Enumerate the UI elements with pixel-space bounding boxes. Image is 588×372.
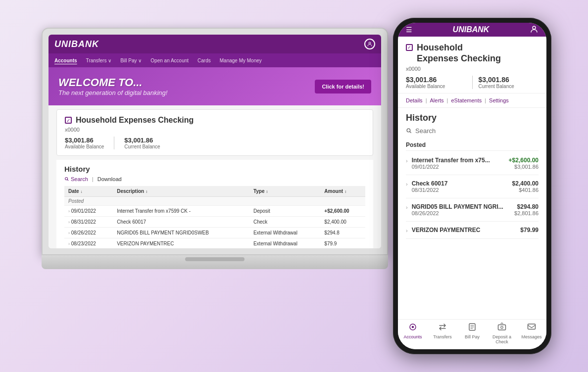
svg-point-5 <box>412 326 414 328</box>
nav-billpay[interactable]: Bill Pay ∨ <box>120 58 142 63</box>
laptop-device: UNIBANK Accounts Transfers ∨ Bill Pay ∨ … <box>42 28 388 290</box>
col-date: Date ↓ <box>64 186 113 197</box>
tx-amount: $79.9 <box>320 238 365 249</box>
tx-date: › 08/26/2022 <box>64 228 113 238</box>
phone-link-estatements[interactable]: eStatements <box>451 97 482 103</box>
phone-nav-accounts[interactable]: Accounts <box>398 323 428 344</box>
billpay-icon <box>468 323 477 333</box>
hamburger-icon[interactable]: ☰ <box>406 26 412 34</box>
phone-history-section: History Search Posted › <box>398 108 546 239</box>
nav-transfers[interactable]: Transfers ∨ <box>86 58 112 63</box>
phone-transaction-row[interactable]: › Check 60017 08/31/2022 $2,400.00 $401.… <box>406 175 539 198</box>
laptop-balance-row: $3,001.86 Available Balance $3,001.86 Cu… <box>65 137 365 149</box>
chevron-icon: › <box>406 228 408 233</box>
tx-amount: $2,400.00 <box>320 217 365 228</box>
laptop-bank-logo: UNIBANK <box>54 39 99 49</box>
laptop-available-label: Available Balance <box>65 144 104 149</box>
svg-point-8 <box>501 326 503 329</box>
accounts-icon <box>408 323 417 333</box>
nav-cards[interactable]: Cards <box>197 58 211 63</box>
svg-rect-9 <box>528 324 536 329</box>
tx-date: 08/26/2022 <box>412 210 514 216</box>
tx-date: 09/01/2022 <box>412 164 509 170</box>
tx-description: NGRID05 BILL PAYMENT NGRID0SWEB <box>113 228 249 238</box>
laptop-transactions-table: Date ↓ Description ↕ Type ↕ Amount ↕ Pos… <box>64 186 365 248</box>
laptop-base <box>42 255 388 269</box>
phone-transaction-row[interactable]: › VERIZON PAYMENTREC $79.99 <box>406 222 539 239</box>
tx-balance: $2,801.86 <box>514 210 539 216</box>
phone-nav-transfers-label: Transfers <box>433 334 452 339</box>
phone-nav-transfers[interactable]: Transfers <box>428 323 457 344</box>
table-row[interactable]: › 09/01/2022 Internet Transfer from x759… <box>64 206 365 217</box>
posted-label-row: Posted <box>64 197 365 206</box>
col-description: Description ↕ <box>113 186 249 197</box>
phone-link-details[interactable]: Details <box>406 97 423 103</box>
phone-search-label: Search <box>415 127 436 135</box>
phone-transaction-row[interactable]: › NGRID05 BILL PAYMENT NGRI... 08/26/202… <box>406 198 539 222</box>
phone-available-balance: $3,001.86 Available Balance <box>406 76 473 89</box>
tx-type: Deposit <box>249 206 320 217</box>
phone-content: ✓ Household Expenses Checking x0000 $3,0… <box>398 37 546 319</box>
table-row[interactable]: › 08/26/2022 NGRID05 BILL PAYMENT NGRID0… <box>64 228 365 238</box>
chevron-icon: › <box>406 181 408 187</box>
laptop-user-icon[interactable] <box>364 39 375 49</box>
phone-search-bar[interactable]: Search <box>406 127 539 135</box>
phone-link-settings[interactable]: Settings <box>489 97 509 103</box>
svg-point-2 <box>533 26 536 29</box>
col-amount: Amount ↕ <box>320 186 365 197</box>
laptop-lid: UNIBANK Accounts Transfers ∨ Bill Pay ∨ … <box>42 28 388 255</box>
phone-available-label: Available Balance <box>406 84 466 89</box>
col-type: Type ↕ <box>249 186 320 197</box>
laptop-current-balance: $3,001.86 Current Balance <box>124 137 170 149</box>
tx-amount: +$2,600.00 <box>509 157 539 164</box>
laptop-account-number: x0000 <box>65 127 365 133</box>
phone-user-icon[interactable] <box>530 25 539 35</box>
phone-current-label: Current Balance <box>479 84 539 89</box>
messages-icon <box>527 323 536 333</box>
tx-description: Internet Transfer from x75... <box>412 157 509 164</box>
phone-search-icon <box>406 128 412 134</box>
search-label: Search <box>71 176 88 182</box>
chevron-icon: › <box>406 204 408 210</box>
banner-cta-button[interactable]: Click for details! <box>315 80 371 93</box>
tx-type: External Withdrawal <box>249 228 320 238</box>
phone-available-amount: $3,001.86 <box>406 76 466 84</box>
laptop-history-toolbar: Search | Download <box>64 176 365 182</box>
tx-description: Internet Transfer from x7599 CK - <box>113 206 249 217</box>
phone-transaction-row[interactable]: › Internet Transfer from x75... 09/01/20… <box>406 152 539 175</box>
tx-amount: +$2,600.00 <box>320 206 365 217</box>
phone-nav-messages[interactable]: Messages <box>517 323 546 344</box>
laptop-search-button[interactable]: Search <box>64 176 88 182</box>
tx-date: › 09/01/2022 <box>64 206 113 217</box>
phone-history-title: History <box>406 113 539 123</box>
phone-balance-row: $3,001.86 Available Balance $3,001.86 Cu… <box>406 76 539 89</box>
transfers-icon <box>438 323 447 333</box>
laptop-account-checkbox[interactable]: ✓ <box>65 117 72 124</box>
download-button[interactable]: Download <box>98 176 122 182</box>
phone-nav-deposit[interactable]: Deposit a Check <box>487 323 517 344</box>
tx-description: NGRID05 BILL PAYMENT NGRI... <box>412 203 514 210</box>
phone-link-alerts[interactable]: Alerts <box>430 97 443 103</box>
phone-nav-billpay-label: Bill Pay <box>465 334 480 339</box>
banner-subheadline: The next generation of digital banking! <box>58 89 167 96</box>
tx-balance: $401.86 <box>512 187 539 193</box>
laptop-history-section: History Search | Download <box>56 160 373 248</box>
laptop-account-name: Household Expenses Checking <box>76 116 194 125</box>
laptop-available-amount: $3,001.86 <box>65 137 104 144</box>
nav-manage-money[interactable]: Manage My Money <box>220 58 262 63</box>
phone-account-checkbox[interactable]: ✓ <box>406 44 413 51</box>
nav-open-account[interactable]: Open an Account <box>150 58 189 63</box>
mobile-phone-device: ☰ UNIBANK ✓ Household <box>393 18 551 354</box>
tx-description: Check 60017 <box>113 217 249 228</box>
table-row[interactable]: › 08/23/2022 VERIZON PAYMENTREC External… <box>64 238 365 249</box>
phone-nav-billpay[interactable]: Bill Pay <box>457 323 487 344</box>
tx-amount: $2,400.00 <box>512 180 539 187</box>
phone-header: ☰ UNIBANK <box>398 23 546 37</box>
tx-balance: $3,001.86 <box>509 164 539 170</box>
nav-accounts[interactable]: Accounts <box>54 58 77 63</box>
table-row[interactable]: › 08/31/2022 Check 60017 Check $2,400.00 <box>64 217 365 228</box>
phone-bank-logo: UNIBANK <box>453 25 490 34</box>
tx-amount: $294.80 <box>514 203 539 210</box>
phone-nav-deposit-label: Deposit a Check <box>487 334 517 344</box>
tx-date: 08/31/2022 <box>412 187 512 193</box>
